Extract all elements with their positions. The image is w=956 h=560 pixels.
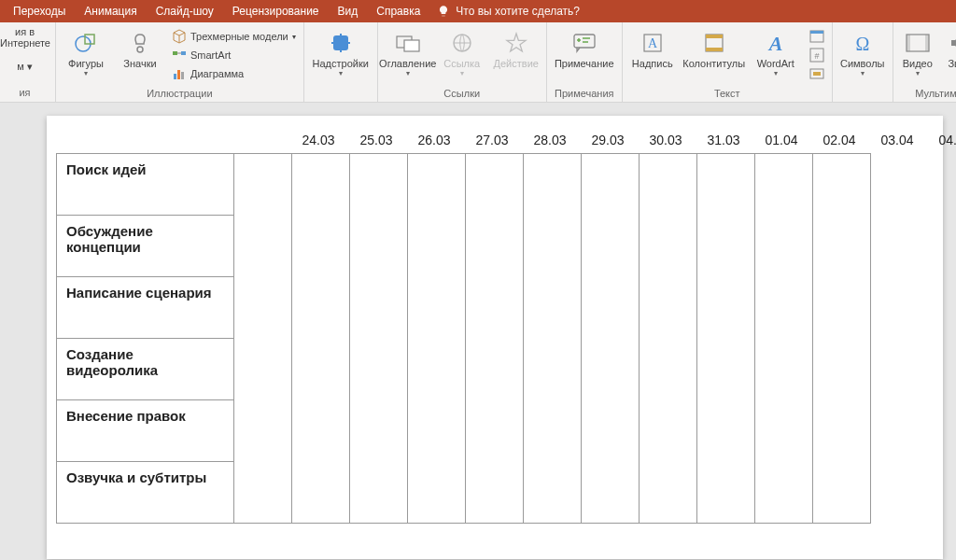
3d-models-button[interactable]: Трехмерные модели ▾ [168, 28, 300, 45]
svg-rect-17 [706, 48, 723, 51]
number-icon: # [809, 48, 824, 63]
date-time-button[interactable] [806, 28, 828, 45]
day-cell[interactable] [350, 154, 408, 524]
wordart-button[interactable]: A WordArt ▾ [750, 26, 802, 86]
svg-rect-3 [173, 51, 177, 55]
task-name-cell[interactable]: Поиск идей [57, 154, 234, 216]
tab-review[interactable]: Рецензирование [223, 1, 329, 21]
group-label-comments: Примечания [551, 86, 618, 101]
ribbon-group-text: A Надпись Колонтитулы A WordArt ▾ # [623, 22, 833, 102]
tab-animation[interactable]: Анимация [75, 1, 146, 21]
group-label-symbols [836, 96, 889, 100]
table-row[interactable]: Поиск идей [57, 154, 871, 216]
zoom-icon [395, 30, 421, 56]
svg-rect-12 [574, 35, 595, 48]
audio-button[interactable]: Звук ▾ [940, 26, 956, 86]
svg-rect-27 [907, 35, 910, 51]
gantt-table[interactable]: Поиск идей Обсуждение концепции Написани… [56, 153, 871, 524]
svg-rect-10 [404, 40, 419, 51]
svg-rect-24 [813, 72, 821, 76]
textbox-button[interactable]: A Надпись [626, 26, 679, 86]
svg-point-2 [137, 47, 143, 52]
day-cell[interactable] [292, 154, 350, 524]
smartart-button[interactable]: SmartArt [168, 47, 300, 63]
comment-icon [571, 30, 598, 56]
group-label-illustrations: Иллюстрации [60, 86, 300, 101]
day-cell[interactable] [524, 154, 582, 524]
ribbon-group-addins: Надстройки ▾ [304, 22, 378, 102]
svg-rect-5 [174, 74, 176, 79]
date-header: 31.03 [695, 133, 752, 147]
group-label-media: Мультимедиа [897, 86, 956, 101]
zoom-button[interactable]: Оглавление ▾ [382, 26, 434, 86]
svg-rect-6 [177, 70, 180, 79]
action-button[interactable]: Действие [490, 26, 542, 86]
date-header: 26.03 [405, 133, 463, 147]
day-cell[interactable] [582, 154, 640, 524]
date-header: 03.04 [868, 133, 926, 147]
online-pictures-button[interactable]: ия в Интернете [0, 26, 49, 49]
icons-button[interactable]: Значки [114, 26, 166, 86]
day-cell[interactable] [234, 154, 292, 524]
ribbon-group-partial: ия в Интернете м ▾ ия [0, 22, 56, 102]
task-name-cell[interactable]: Обсуждение концепции [57, 216, 234, 277]
task-name-cell[interactable]: Написание сценария [57, 277, 234, 339]
day-cell[interactable] [466, 154, 524, 524]
date-header: 28.03 [521, 133, 579, 147]
date-header: 01.04 [752, 133, 810, 147]
ribbon-tabs: Переходы Анимация Слайд-шоу Рецензирован… [0, 0, 956, 22]
date-header: 25.03 [347, 133, 405, 147]
slide[interactable]: 24.03 25.03 26.03 27.03 28.03 29.03 30.0… [47, 116, 943, 559]
video-button[interactable]: Видео ▾ [897, 26, 938, 86]
link-button[interactable]: Ссылка ▾ [436, 26, 488, 86]
date-headers: 24.03 25.03 26.03 27.03 28.03 29.03 30.0… [289, 133, 956, 147]
svg-rect-7 [181, 72, 184, 79]
slide-number-button[interactable]: # [806, 47, 828, 63]
partial-button[interactable]: м ▾ [0, 61, 49, 73]
svg-text:#: # [814, 51, 819, 61]
svg-text:A: A [766, 32, 782, 54]
addins-button[interactable]: Надстройки ▾ [308, 26, 373, 86]
group-label-text: Текст [626, 86, 828, 101]
chart-button[interactable]: Диаграмма [168, 65, 300, 82]
tab-slideshow[interactable]: Слайд-шоу [147, 1, 223, 21]
smartart-icon [172, 48, 187, 63]
date-header: 24.03 [289, 133, 347, 147]
chart-icon [172, 66, 187, 81]
addins-icon [328, 30, 354, 56]
symbols-button[interactable]: Ω Символы ▾ [836, 26, 889, 86]
tab-transitions[interactable]: Переходы [4, 1, 75, 21]
comment-button[interactable]: Примечание [551, 26, 618, 86]
ribbon-group-symbols: Ω Символы ▾ [833, 22, 893, 102]
group-label-addins [308, 96, 373, 100]
day-cell[interactable] [755, 154, 813, 524]
day-cell[interactable] [697, 154, 755, 524]
tell-me-search[interactable]: Что вы хотите сделать? [437, 5, 580, 18]
date-header: 02.04 [810, 133, 868, 147]
audio-icon [946, 30, 956, 56]
wordart-icon: A [763, 30, 789, 56]
slide-canvas: 24.03 25.03 26.03 27.03 28.03 29.03 30.0… [0, 103, 956, 560]
date-header: 29.03 [579, 133, 637, 147]
shapes-button[interactable]: Фигуры ▾ [60, 26, 112, 86]
action-icon [503, 30, 529, 56]
cube-icon [172, 29, 187, 44]
object-button[interactable] [806, 65, 828, 82]
lightbulb-icon [437, 5, 450, 18]
date-header: 27.03 [463, 133, 521, 147]
task-name-cell[interactable]: Создание видеоролика [57, 339, 234, 400]
svg-rect-28 [925, 35, 929, 51]
day-cell[interactable] [813, 154, 871, 524]
date-header: 30.03 [637, 133, 695, 147]
tab-view[interactable]: Вид [329, 1, 368, 21]
task-name-cell[interactable]: Озвучка и субтитры [57, 462, 234, 524]
headerfooter-icon [701, 30, 727, 56]
tab-help[interactable]: Справка [367, 1, 429, 21]
headerfooter-button[interactable]: Колонтитулы [681, 26, 748, 86]
svg-rect-20 [810, 31, 823, 34]
svg-rect-16 [706, 35, 723, 38]
task-name-cell[interactable]: Внесение правок [57, 400, 234, 462]
day-cell[interactable] [408, 154, 466, 524]
video-icon [905, 30, 931, 56]
day-cell[interactable] [640, 154, 697, 524]
